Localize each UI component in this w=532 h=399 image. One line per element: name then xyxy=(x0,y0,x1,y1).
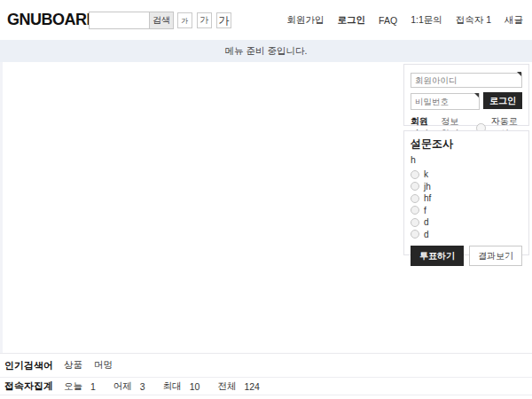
poll-option: f xyxy=(411,205,522,217)
poll-option: k xyxy=(411,168,522,181)
poll-option-label: d xyxy=(424,230,429,239)
menu-notice-text: 메뉴 준비 중입니다. xyxy=(225,45,308,58)
menu-notice-bar: 메뉴 준비 중입니다. xyxy=(0,40,532,62)
poll-option-label: f xyxy=(424,206,426,215)
popular-keyword-link[interactable]: 머멍 xyxy=(94,359,113,372)
menu-item-login[interactable]: 로그인 xyxy=(338,14,366,27)
member-id-field-wrap xyxy=(411,71,522,88)
poll-title: 설문조사 xyxy=(411,137,522,152)
poll-box: 설문조사 h k jh hf f d xyxy=(403,130,529,255)
menu-item-faq[interactable]: FAQ xyxy=(379,15,397,26)
input-corner-icon xyxy=(474,93,479,98)
poll-option: d xyxy=(411,216,522,229)
popular-search-label: 인기검색어 xyxy=(4,359,64,372)
password-input[interactable] xyxy=(411,93,480,110)
poll-option: hf xyxy=(411,192,522,205)
poll-option: jh xyxy=(411,181,522,193)
login-button[interactable]: 로그인 xyxy=(483,92,522,109)
header-menu: 회원가입 로그인 FAQ 1:1문의 접속자 1 새글 xyxy=(287,0,523,40)
stat-value: 10 xyxy=(190,381,200,392)
visitor-stats-label: 접속자집계 xyxy=(4,379,64,393)
stat-value: 1 xyxy=(90,381,96,392)
password-row: 로그인 xyxy=(411,92,522,110)
menu-item-new-posts[interactable]: 새글 xyxy=(505,14,523,27)
poll-option: d xyxy=(411,229,522,241)
poll-results-button[interactable]: 결과보기 xyxy=(469,246,522,266)
poll-option-label: d xyxy=(424,217,429,227)
stat-name: 오늘 xyxy=(64,380,82,393)
poll-option-radio[interactable] xyxy=(411,230,419,239)
menu-item-qna[interactable]: 1:1문의 xyxy=(411,14,442,27)
poll-buttons-row: 투표하기 결과보기 xyxy=(411,246,522,266)
page: GNUBOARD5 검색 가 가 가 회원가입 로그인 FAQ 1:1문의 접속… xyxy=(0,0,532,399)
stat-total: 전체 124 xyxy=(217,380,260,393)
stat-value: 124 xyxy=(244,381,260,392)
member-id-input[interactable] xyxy=(411,73,522,88)
stat-name: 어제 xyxy=(113,380,132,393)
stat-name: 최대 xyxy=(163,380,182,393)
poll-vote-button[interactable]: 투표하기 xyxy=(411,246,464,266)
poll-option-radio[interactable] xyxy=(411,182,419,191)
popular-keyword-link[interactable]: 상품 xyxy=(64,359,82,372)
login-box: 로그인 회원가입 정보찾기 자동로그인 xyxy=(403,64,529,126)
poll-option-radio[interactable] xyxy=(411,194,419,203)
search-button[interactable]: 검색 xyxy=(149,12,174,29)
poll-option-label: jh xyxy=(424,182,431,192)
poll-option-radio[interactable] xyxy=(411,170,419,179)
font-resize-buttons: 가 가 가 xyxy=(177,12,231,28)
password-field-wrap xyxy=(411,92,480,110)
poll-option-radio[interactable] xyxy=(411,218,419,227)
menu-item-join[interactable]: 회원가입 xyxy=(287,14,325,27)
poll-question: h xyxy=(411,154,522,165)
poll-options: k jh hf f d d xyxy=(411,168,522,240)
poll-option-radio[interactable] xyxy=(411,206,419,215)
popular-search-row: 인기검색어 상품 머멍 xyxy=(0,353,532,377)
poll-option-label: hf xyxy=(424,193,431,203)
stat-max: 최대 10 xyxy=(163,380,200,393)
stat-today: 오늘 1 xyxy=(64,380,96,393)
search-input[interactable] xyxy=(89,12,149,29)
font-larger-button[interactable]: 가 xyxy=(216,12,231,28)
header-search: 검색 xyxy=(89,12,174,29)
poll-option-label: k xyxy=(424,169,428,179)
input-corner-icon xyxy=(517,72,521,76)
stat-value: 3 xyxy=(140,381,145,392)
menu-item-connected-users[interactable]: 접속자 1 xyxy=(456,14,491,27)
font-reset-button[interactable]: 가 xyxy=(197,12,212,28)
stat-name: 전체 xyxy=(217,380,236,393)
stat-yesterday: 어제 3 xyxy=(113,380,145,393)
visitor-stats-row: 접속자집계 오늘 1 어제 3 최대 10 전체 124 xyxy=(0,377,532,395)
header: GNUBOARD5 검색 가 가 가 회원가입 로그인 FAQ 1:1문의 접속… xyxy=(0,0,532,40)
font-smaller-button[interactable]: 가 xyxy=(177,12,192,28)
